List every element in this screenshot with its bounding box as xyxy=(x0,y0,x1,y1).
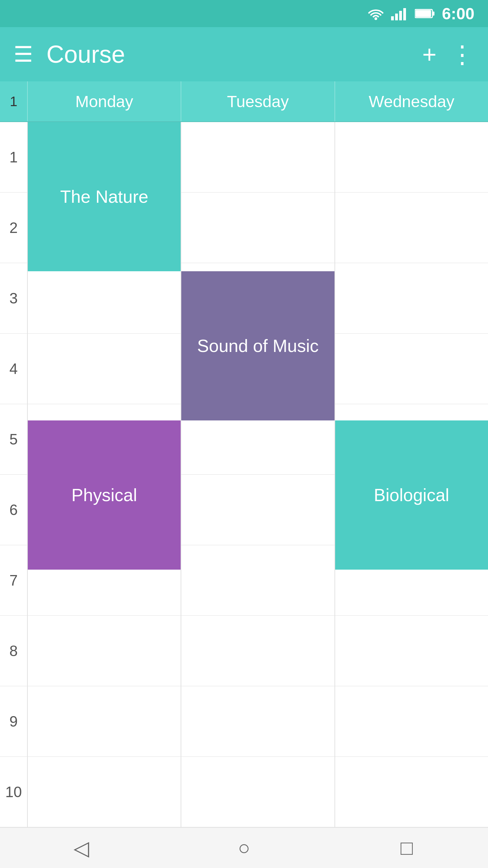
svg-rect-1 xyxy=(391,16,394,20)
monday-row-9 xyxy=(28,686,181,757)
app-title: Course xyxy=(46,40,409,68)
recent-button[interactable]: □ xyxy=(386,828,427,868)
tuesday-row-7 xyxy=(181,545,334,616)
svg-rect-2 xyxy=(395,14,398,20)
signal-icon xyxy=(391,7,408,20)
the-nature-course[interactable]: The Nature xyxy=(28,122,181,271)
app-bar-actions: + ⋮ xyxy=(422,40,474,68)
day-columns: The Nature Physical Sound of Music xyxy=(27,122,488,827)
svg-point-0 xyxy=(374,17,377,20)
wednesday-row-4 xyxy=(335,334,488,404)
column-headers: 1 Monday Tuesday Wednesday xyxy=(0,81,488,122)
sound-of-music-course[interactable]: Sound of Music xyxy=(181,271,334,420)
more-options-button[interactable]: ⋮ xyxy=(450,40,474,68)
svg-rect-3 xyxy=(399,11,402,20)
row-4: 4 xyxy=(0,334,27,404)
monday-row-8 xyxy=(28,616,181,686)
bottom-navigation: ◁ ○ □ xyxy=(0,827,488,868)
wednesday-row-3 xyxy=(335,263,488,334)
physical-course[interactable]: Physical xyxy=(28,420,181,570)
monday-column: The Nature Physical xyxy=(27,122,181,827)
row-6: 6 xyxy=(0,475,27,545)
wednesday-column: Biological xyxy=(334,122,488,827)
row-8: 8 xyxy=(0,616,27,686)
app-bar: ☰ Course + ⋮ xyxy=(0,27,488,81)
add-button[interactable]: + xyxy=(422,40,436,68)
wednesday-row-1 xyxy=(335,122,488,193)
row-numbers: 1 2 3 4 5 6 7 8 9 10 xyxy=(0,122,27,827)
tuesday-row-10 xyxy=(181,757,334,827)
tuesday-row-1 xyxy=(181,122,334,193)
wednesday-header: Wednesday xyxy=(334,81,488,121)
monday-row-3 xyxy=(28,263,181,334)
svg-rect-6 xyxy=(415,10,431,17)
svg-rect-4 xyxy=(403,8,406,20)
wednesday-row-2 xyxy=(335,193,488,263)
row-1: 1 xyxy=(0,122,27,193)
wifi-icon xyxy=(367,7,384,20)
schedule-grid: 1 2 3 4 5 6 7 8 9 10 The Nature xyxy=(0,122,488,827)
tuesday-row-2 xyxy=(181,193,334,263)
wednesday-row-10 xyxy=(335,757,488,827)
monday-row-4 xyxy=(28,334,181,404)
svg-rect-7 xyxy=(432,12,434,16)
row-2: 2 xyxy=(0,193,27,263)
row-7: 7 xyxy=(0,545,27,616)
wednesday-row-9 xyxy=(335,686,488,757)
wednesday-row-8 xyxy=(335,616,488,686)
tuesday-header: Tuesday xyxy=(181,81,334,121)
row-5: 5 xyxy=(0,404,27,475)
row-number-header: 1 xyxy=(0,81,27,121)
menu-icon[interactable]: ☰ xyxy=(14,42,33,67)
monday-row-10 xyxy=(28,757,181,827)
row-3: 3 xyxy=(0,263,27,334)
tuesday-row-6 xyxy=(181,475,334,545)
tuesday-row-9 xyxy=(181,686,334,757)
home-button[interactable]: ○ xyxy=(224,828,264,868)
tuesday-column: Sound of Music xyxy=(181,122,334,827)
monday-header: Monday xyxy=(27,81,181,121)
status-bar: 6:00 xyxy=(0,0,488,27)
row-10: 10 xyxy=(0,757,27,827)
back-button[interactable]: ◁ xyxy=(61,828,102,868)
biological-course[interactable]: Biological xyxy=(335,420,488,570)
battery-icon xyxy=(415,8,435,19)
status-time: 6:00 xyxy=(442,4,474,23)
tuesday-row-8 xyxy=(181,616,334,686)
row-9: 9 xyxy=(0,686,27,757)
